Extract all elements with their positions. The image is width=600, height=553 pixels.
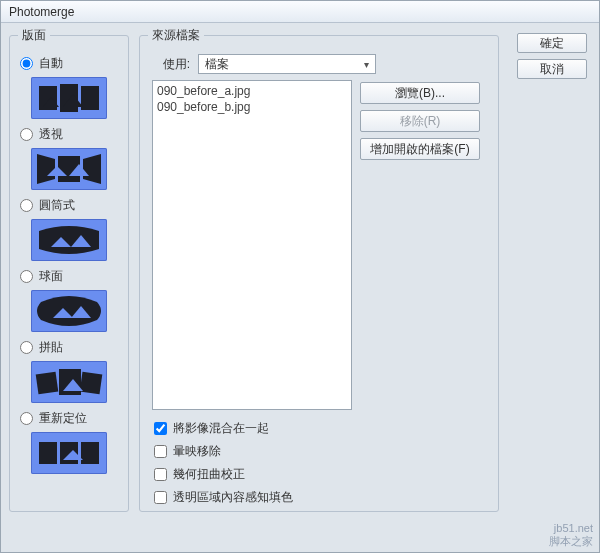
layout-thumb-auto [18, 77, 120, 119]
check-geodist-box[interactable] [154, 468, 167, 481]
svg-rect-15 [59, 369, 81, 395]
ok-button[interactable]: 確定 [517, 33, 587, 53]
layout-option-collage[interactable]: 拼貼 [18, 338, 120, 356]
layout-thumb-collage [18, 361, 120, 403]
source-buttons: 瀏覽(B)... 移除(R) 增加開啟的檔案(F) [360, 82, 480, 410]
layout-label: 自動 [39, 55, 63, 72]
layout-option-perspective[interactable]: 透視 [18, 125, 120, 143]
layout-label: 重新定位 [39, 410, 87, 427]
check-geodist[interactable]: 幾何扭曲校正 [154, 466, 490, 483]
cancel-button[interactable]: 取消 [517, 59, 587, 79]
layout-option-auto[interactable]: 自動 [18, 54, 120, 72]
layout-radio-cylindrical[interactable] [20, 199, 33, 212]
check-caf-box[interactable] [154, 491, 167, 504]
check-label: 暈映移除 [173, 443, 221, 460]
layout-option-cylindrical[interactable]: 圓筒式 [18, 196, 120, 214]
svg-rect-14 [36, 372, 59, 395]
watermark-line2: 脚本之家 [549, 535, 593, 548]
use-combo-value: 檔案 [205, 56, 229, 73]
watermark-line1: jb51.net [549, 522, 593, 535]
layout-label: 透視 [39, 126, 63, 143]
window-titlebar: Photomerge [1, 1, 599, 23]
layout-radio-spherical[interactable] [20, 270, 33, 283]
check-label: 透明區域內容感知填色 [173, 489, 293, 506]
chevron-down-icon: ▾ [364, 59, 369, 70]
list-item[interactable]: 090_before_a.jpg [157, 83, 347, 99]
window-title: Photomerge [9, 5, 74, 19]
check-caf[interactable]: 透明區域內容感知填色 [154, 489, 490, 506]
add-open-files-button[interactable]: 增加開啟的檔案(F) [360, 138, 480, 160]
check-blend-box[interactable] [154, 422, 167, 435]
source-fieldset: 來源檔案 使用: 檔案 ▾ 090_before_a.jpg 090_befor… [139, 27, 499, 512]
watermark: jb51.net 脚本之家 [549, 522, 593, 548]
layout-thumb-spherical [18, 290, 120, 332]
check-vignette-box[interactable] [154, 445, 167, 458]
dialog-buttons: 確定 取消 [517, 33, 589, 79]
check-blend[interactable]: 將影像混合在一起 [154, 420, 490, 437]
use-row: 使用: 檔案 ▾ [152, 54, 490, 74]
svg-rect-16 [80, 372, 103, 395]
option-checks: 將影像混合在一起 暈映移除 幾何扭曲校正 透明區域內容感知填色 [154, 420, 490, 506]
svg-rect-2 [81, 86, 99, 110]
layout-thumb-perspective [18, 148, 120, 190]
list-item[interactable]: 090_before_b.jpg [157, 99, 347, 115]
use-combo[interactable]: 檔案 ▾ [198, 54, 376, 74]
layout-radio-collage[interactable] [20, 341, 33, 354]
layout-radio-auto[interactable] [20, 57, 33, 70]
check-label: 幾何扭曲校正 [173, 466, 245, 483]
layout-thumb-reposition [18, 432, 120, 474]
layout-options: 自動 透視 [18, 52, 120, 478]
layout-radio-perspective[interactable] [20, 128, 33, 141]
layout-option-spherical[interactable]: 球面 [18, 267, 120, 285]
use-label: 使用: [152, 56, 190, 73]
layout-thumb-cylindrical [18, 219, 120, 261]
source-body: 090_before_a.jpg 090_before_b.jpg 瀏覽(B).… [152, 80, 490, 410]
svg-marker-5 [37, 154, 55, 184]
dialog-content: 確定 取消 版面 自動 透視 [1, 23, 599, 552]
file-list[interactable]: 090_before_a.jpg 090_before_b.jpg [152, 80, 352, 410]
source-legend: 來源檔案 [148, 27, 204, 44]
svg-rect-20 [81, 442, 99, 464]
layout-label: 球面 [39, 268, 63, 285]
layout-legend: 版面 [18, 27, 50, 44]
svg-rect-18 [39, 442, 57, 464]
layout-fieldset: 版面 自動 透視 [9, 27, 129, 512]
check-label: 將影像混合在一起 [173, 420, 269, 437]
layout-radio-reposition[interactable] [20, 412, 33, 425]
layout-label: 圓筒式 [39, 197, 75, 214]
layout-option-reposition[interactable]: 重新定位 [18, 409, 120, 427]
remove-button[interactable]: 移除(R) [360, 110, 480, 132]
browse-button[interactable]: 瀏覽(B)... [360, 82, 480, 104]
svg-marker-7 [83, 154, 101, 184]
check-vignette[interactable]: 暈映移除 [154, 443, 490, 460]
layout-label: 拼貼 [39, 339, 63, 356]
